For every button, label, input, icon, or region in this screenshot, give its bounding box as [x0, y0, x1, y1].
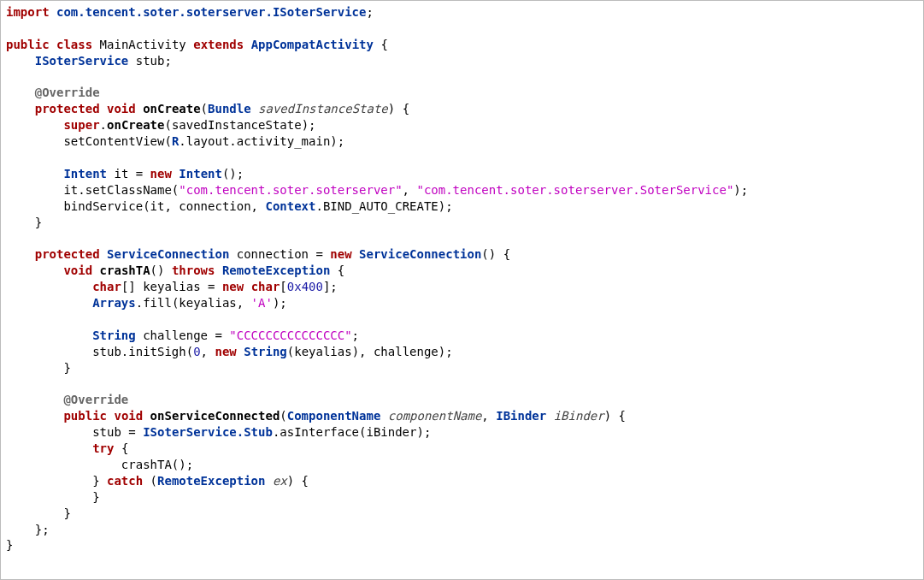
line: @Override [6, 86, 100, 99]
kw-throws: throws [172, 263, 215, 277]
type: String [244, 345, 287, 358]
super-type: AppCompatActivity [251, 38, 374, 51]
kw-char: char [92, 280, 121, 293]
line: protected void onCreate(Bundle savedInst… [6, 102, 409, 115]
line: } [6, 361, 71, 375]
kw-new: new [215, 345, 236, 358]
kw-try: try [92, 441, 114, 455]
kw-protected: protected [35, 247, 100, 261]
param-type: Bundle [208, 102, 251, 115]
method-name: crashTA [100, 263, 150, 277]
line: stub = ISoterService.Stub.asInterface(iB… [6, 425, 431, 439]
line: } [6, 490, 100, 504]
args: (keyalias), challenge); [287, 345, 453, 358]
line: ISoterService stub; [6, 54, 172, 68]
line: }; [6, 523, 50, 536]
kw-public: public [63, 409, 107, 423]
line: it.setClassName("com.tencent.soter.soter… [6, 183, 748, 197]
num: 0x400 [287, 280, 323, 293]
line: Arrays.fill(keyalias, 'A'); [6, 296, 287, 310]
type: ISoterService [143, 425, 237, 439]
kw-public: public [6, 38, 50, 51]
char-literal: 'A' [251, 296, 273, 310]
stub: .Stub [237, 425, 273, 439]
layout: .layout.activity_main [179, 134, 330, 148]
line: } [6, 538, 13, 552]
field-type: ISoterService [35, 54, 129, 68]
kw-protected: protected [35, 102, 100, 115]
const: .BIND_AUTO_CREATE [315, 199, 438, 213]
call: bindService [63, 199, 143, 213]
line: void crashTA() throws RemoteException { [6, 263, 344, 277]
kw-new: new [150, 167, 172, 181]
param-type: IBinder [496, 409, 546, 423]
line: public void onServiceConnected(Component… [6, 409, 626, 423]
kw-char: char [251, 280, 280, 293]
kw-catch: catch [107, 474, 143, 488]
var: it [114, 167, 128, 181]
method-name: onServiceConnected [150, 409, 280, 423]
type: Context [265, 199, 315, 213]
line: char[] keyalias = new char[0x400]; [6, 280, 338, 293]
field: connection = [229, 247, 330, 261]
line: protected ServiceConnection connection =… [6, 247, 510, 261]
line: } catch (RemoteException ex) { [6, 474, 309, 488]
obj: it [63, 183, 78, 197]
type: Arrays [92, 296, 136, 310]
kw-new: new [222, 280, 244, 293]
exc-type: RemoteException [157, 474, 265, 488]
line: bindService(it, connection, Context.BIND… [6, 199, 453, 213]
line: @Override [6, 393, 128, 406]
line: Intent it = new Intent(); [6, 167, 244, 181]
line: setContentView(R.layout.activity_main); [6, 134, 344, 148]
type: ServiceConnection [107, 247, 229, 261]
call: crashTA(); [121, 458, 193, 471]
line: super.onCreate(savedInstanceState); [6, 118, 315, 132]
assign: stub = [92, 425, 143, 439]
call: .asInterface(iBinder); [273, 425, 431, 439]
call: .setClassName( [78, 183, 179, 197]
line: crashTA(); [6, 458, 193, 471]
kw-void: void [114, 409, 143, 423]
pkg: com.tencent.soter.soterserver.ISoterServ… [56, 5, 366, 19]
kw-super: super [63, 118, 99, 132]
param-name: iBinder [554, 409, 604, 423]
line: } [6, 216, 42, 229]
call: stub.initSigh( [92, 345, 193, 358]
param-type: ComponentName [287, 409, 381, 423]
var: challenge = [136, 328, 230, 342]
annotation: @Override [63, 393, 128, 406]
kw-void: void [107, 102, 136, 115]
arg: savedInstanceState [172, 118, 302, 132]
kw-new: new [330, 247, 351, 261]
param-name: ex [273, 474, 287, 488]
method-name: onCreate [143, 102, 200, 115]
sep: , [201, 345, 215, 358]
line: stub.initSigh(0, new String(keyalias), c… [6, 345, 453, 358]
line: } [6, 506, 71, 520]
line: String challenge = "CCCCCCCCCCCCCCC"; [6, 328, 359, 342]
ctor: Intent [179, 167, 222, 181]
call: onCreate [107, 118, 164, 132]
decl: [] keyalias = [121, 280, 222, 293]
code-block: import com.tencent.soter.soterserver.ISo… [0, 0, 924, 580]
kw-extends: extends [193, 38, 244, 51]
arg: , connection, [164, 199, 265, 213]
kw-import: import [6, 5, 50, 19]
param-name: componentName [388, 409, 482, 423]
line: try { [6, 441, 128, 455]
annotation: @Override [35, 86, 100, 99]
field-name: stub [136, 54, 165, 68]
exc-type: RemoteException [222, 263, 330, 277]
string-literal: "com.tencent.soter.soterserver.SoterServ… [416, 183, 733, 197]
kw-class: class [56, 38, 92, 51]
ctor: ServiceConnection [359, 247, 481, 261]
type: Intent [63, 167, 107, 181]
string-literal: "CCCCCCCCCCCCCCC" [229, 328, 351, 342]
class-name: MainActivity [100, 38, 186, 51]
type: String [92, 328, 136, 342]
line: public class MainActivity extends AppCom… [6, 38, 388, 51]
kw-void: void [63, 263, 92, 277]
line: import com.tencent.soter.soterserver.ISo… [6, 5, 374, 19]
param-name: savedInstanceState [258, 102, 388, 115]
